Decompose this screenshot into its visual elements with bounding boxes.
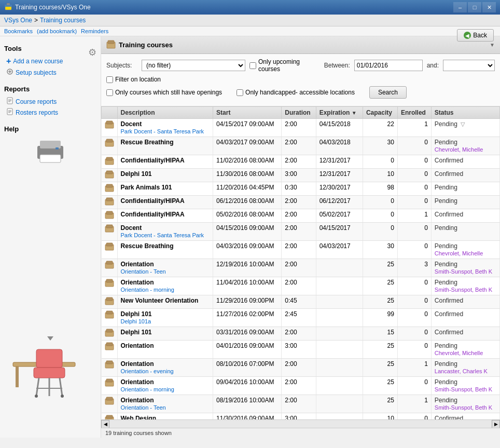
row-description[interactable]: Orientation (117, 341, 213, 359)
row-description[interactable]: DocentPark Docent - Santa Teresa Park (117, 223, 213, 241)
col-capacity[interactable]: Capacity (363, 107, 397, 119)
row-description[interactable]: New Volunteer Orientation (117, 295, 213, 309)
back-button[interactable]: ◀ Back (457, 29, 494, 42)
subjects-select[interactable]: (no filter) (142, 60, 245, 71)
col-duration[interactable]: Duration (282, 107, 316, 119)
row-description[interactable]: OrientationOrientation - evening (117, 359, 213, 377)
printer-area (4, 138, 96, 164)
row-description[interactable]: Delphi 101 (117, 169, 213, 182)
table-row[interactable]: New Volunteer Orientation11/29/2016 09:0… (102, 295, 500, 309)
status-sub[interactable]: Chevrolet, Michelle (435, 146, 483, 153)
row-description[interactable]: Confidentiality/HIPAA (117, 155, 213, 169)
row-start: 12/19/2016 10:00AM (213, 259, 282, 277)
only-openings-checkbox-label[interactable]: Only courses which still have openings (106, 89, 222, 96)
table-row[interactable]: DocentPark Docent - Santa Teresa Park04/… (102, 223, 500, 241)
desc-sub[interactable]: Orientation - evening (121, 368, 174, 374)
table-row[interactable]: OrientationOrientation - morning09/04/20… (102, 377, 500, 395)
table-row[interactable]: Park Animals 10111/20/2016 04:45PM0:3012… (102, 182, 500, 196)
reminders-link[interactable]: Reminders (81, 28, 108, 34)
filter-funnel-icon[interactable]: ▽ (461, 121, 465, 127)
row-description[interactable]: OrientationOrientation - morning (117, 377, 213, 395)
col-description[interactable]: Description (117, 107, 213, 119)
scroll-track[interactable] (109, 420, 492, 428)
desc-sub[interactable]: Park Docent - Santa Teresa Park (121, 232, 204, 238)
sidebar-item-rosters-reports[interactable]: Rosters reports (4, 107, 96, 118)
col-start[interactable]: Start (213, 107, 282, 119)
search-button[interactable]: Search (369, 86, 407, 99)
table-row[interactable]: OrientationOrientation - evening08/10/20… (102, 359, 500, 377)
only-accessible-checkbox-label[interactable]: Only handicapped- accessible locations (237, 89, 355, 96)
row-description[interactable]: Confidentiality/HIPAA (117, 209, 213, 223)
minimize-button[interactable]: – (453, 2, 467, 12)
row-description[interactable]: Rescue Breathing (117, 241, 213, 259)
and-date-select[interactable] (443, 60, 495, 71)
table-row[interactable]: Delphi 101Delphi 101a11/27/2016 02:00PM2… (102, 309, 500, 327)
status-sub[interactable]: Smith-Sunspot, Beth K (435, 386, 492, 392)
row-duration: 2:00 (282, 119, 316, 137)
table-row[interactable]: Rescue Breathing04/03/2016 09:00AM2:0004… (102, 241, 500, 259)
breadcrumb-current[interactable]: Training courses (40, 17, 86, 24)
row-description[interactable]: Delphi 101 (117, 327, 213, 341)
table-row[interactable]: Delphi 10103/31/2016 09:00AM2:00150Confi… (102, 327, 500, 341)
panel-collapse-button[interactable]: ▼ (490, 42, 495, 48)
col-status[interactable]: Status (431, 107, 499, 119)
breadcrumb-root[interactable]: VSys One (4, 17, 32, 24)
row-description[interactable]: Park Animals 101 (117, 182, 213, 196)
row-description[interactable]: OrientationOrientation - Teen (117, 259, 213, 277)
desc-sub[interactable]: Orientation - Teen (121, 268, 166, 275)
close-button[interactable]: ✕ (482, 2, 496, 12)
only-openings-checkbox[interactable] (106, 89, 113, 96)
row-description[interactable]: OrientationOrientation - Teen (117, 395, 213, 413)
row-description[interactable]: Delphi 101Delphi 101a (117, 309, 213, 327)
status-sub[interactable]: Lancaster, Charles K (435, 368, 488, 374)
desc-sub[interactable]: Orientation - morning (121, 287, 174, 293)
row-status: Confirmed (431, 327, 499, 341)
row-description[interactable]: Confidentiality/HIPAA (117, 196, 213, 209)
status-sub[interactable]: Smith-Sunspot, Beth K (435, 287, 492, 293)
sidebar-item-add-course[interactable]: + Add a new course (4, 56, 96, 67)
table-row[interactable]: Web Design11/30/2016 09:00AM3:00100Confi… (102, 413, 500, 420)
table-row[interactable]: Orientation04/01/2016 09:00AM3:00250Pend… (102, 341, 500, 359)
row-duration: 2:00 (282, 277, 316, 295)
svg-rect-42 (106, 198, 113, 201)
only-upcoming-checkbox[interactable] (249, 62, 256, 69)
horizontal-scrollbar[interactable]: ◀ ▶ (101, 419, 500, 428)
table-row[interactable]: OrientationOrientation - Teen12/19/2016 … (102, 259, 500, 277)
scroll-left-button[interactable]: ◀ (101, 420, 109, 428)
only-accessible-checkbox[interactable] (237, 89, 243, 96)
col-expiration[interactable]: Expiration ▼ (316, 107, 363, 119)
row-description[interactable]: OrientationOrientation - morning (117, 277, 213, 295)
status-sub[interactable]: Chevrolet, Michelle (435, 350, 483, 356)
only-upcoming-checkbox-label[interactable]: Only upcoming courses (249, 58, 310, 73)
table-row[interactable]: Rescue Breathing04/03/2017 09:00AM2:0004… (102, 137, 500, 155)
scroll-right-button[interactable]: ▶ (492, 420, 500, 428)
desc-sub[interactable]: Delphi 101a (121, 318, 151, 324)
expiration-filter-icon[interactable]: ▼ (352, 110, 357, 116)
between-date-input[interactable] (354, 60, 423, 71)
table-row[interactable]: Delphi 10111/30/2016 08:00AM3:0012/31/20… (102, 169, 500, 182)
bookmarks-link[interactable]: Bookmarks (4, 28, 33, 34)
maximize-button[interactable]: □ (468, 2, 481, 12)
back-icon: ◀ (464, 32, 471, 39)
table-row[interactable]: OrientationOrientation - morning11/04/20… (102, 277, 500, 295)
add-bookmark-link[interactable]: (add bookmark) (37, 28, 77, 34)
table-row[interactable]: OrientationOrientation - Teen08/19/2016 … (102, 395, 500, 413)
filter-location-checkbox[interactable] (106, 76, 113, 83)
table-row[interactable]: Confidentiality/HIPAA06/12/2016 08:00AM2… (102, 196, 500, 209)
sidebar-item-course-reports[interactable]: Course reports (4, 96, 96, 107)
desc-sub[interactable]: Orientation - Teen (121, 404, 166, 411)
status-sub[interactable]: Smith-Sunspot, Beth K (435, 268, 492, 275)
col-enrolled[interactable]: Enrolled (397, 107, 431, 119)
status-sub[interactable]: Smith-Sunspot, Beth K (435, 404, 492, 411)
table-row[interactable]: Confidentiality/HIPAA11/02/2016 08:00AM2… (102, 155, 500, 169)
sidebar-item-setup-subjects[interactable]: Setup subjects (4, 67, 96, 78)
filter-location-checkbox-label[interactable]: Filter on location (106, 76, 161, 83)
row-description[interactable]: Rescue Breathing (117, 137, 213, 155)
row-description[interactable]: DocentPark Docent - Santa Teresa Park (117, 119, 213, 137)
row-description[interactable]: Web Design (117, 413, 213, 420)
desc-sub[interactable]: Orientation - morning (121, 386, 174, 392)
table-row[interactable]: Confidentiality/HIPAA05/02/2016 08:00AM2… (102, 209, 500, 223)
desc-sub[interactable]: Park Docent - Santa Teresa Park (121, 128, 204, 134)
status-sub[interactable]: Chevrolet, Michelle (435, 250, 483, 256)
table-row[interactable]: DocentPark Docent - Santa Teresa Park04/… (102, 119, 500, 137)
